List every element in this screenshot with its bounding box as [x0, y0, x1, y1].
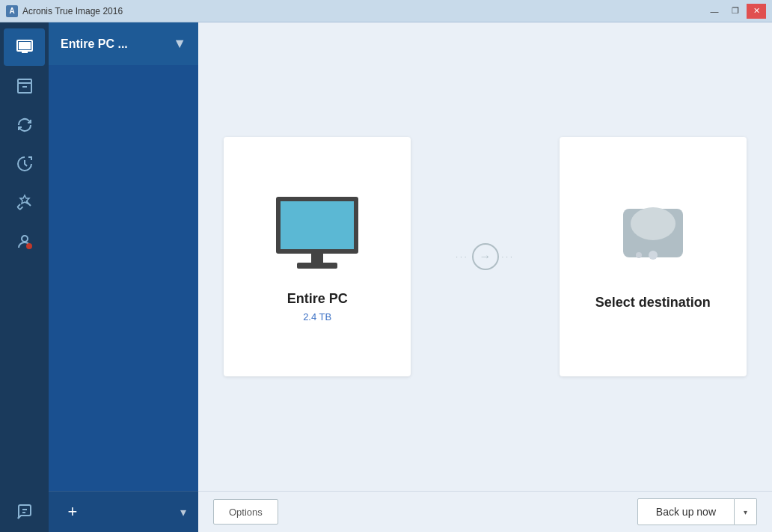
app-icon: A [6, 5, 18, 17]
backup-now-button[interactable]: Back up now [637, 498, 735, 525]
title-bar: A Acronis True Image 2016 — ❐ ✕ [0, 0, 772, 22]
svg-point-14 [631, 207, 676, 240]
title-bar-left: A Acronis True Image 2016 [6, 5, 123, 17]
bottom-toolbar: Options Back up now ▾ [198, 491, 772, 532]
source-card-label: Entire PC [287, 291, 348, 307]
window-controls: — ❐ ✕ [705, 4, 766, 19]
destination-card-label: Select destination [595, 294, 711, 311]
svg-point-6 [26, 243, 32, 249]
left-panel-footer: + ▾ [49, 491, 198, 532]
app-body: Entire PC ... ▼ + ▾ [0, 22, 772, 532]
account-icon [16, 233, 34, 251]
recover-icon [16, 155, 34, 173]
close-button[interactable]: ✕ [747, 4, 766, 19]
left-panel: Entire PC ... ▼ + ▾ [49, 22, 198, 532]
left-panel-title: Entire PC ... [61, 37, 128, 51]
backup-now-dropdown-button[interactable]: ▾ [735, 498, 757, 525]
svg-rect-10 [281, 201, 354, 249]
sidebar [0, 22, 49, 532]
backup-now-group: Back up now ▾ [637, 498, 757, 525]
backup-icon [16, 38, 34, 56]
left-panel-body [49, 65, 198, 491]
archive-icon [16, 77, 34, 95]
left-panel-dropdown-icon: ▼ [173, 36, 186, 52]
svg-rect-11 [311, 254, 323, 263]
sidebar-item-help[interactable] [4, 493, 45, 531]
tools-icon [16, 194, 34, 212]
help-icon [16, 503, 34, 521]
sidebar-item-recover[interactable] [4, 145, 45, 183]
left-panel-footer-dropdown[interactable]: ▾ [180, 505, 186, 519]
hdd-icon [612, 201, 694, 276]
window-title: Acronis True Image 2016 [22, 6, 123, 16]
sync-icon [16, 116, 34, 134]
content-area: Entire PC 2.4 TB ··· → ··· [198, 22, 772, 491]
sidebar-item-sync[interactable] [4, 106, 45, 144]
sidebar-item-account[interactable] [4, 223, 45, 260]
monitor-icon [269, 191, 366, 273]
sidebar-item-tools[interactable] [4, 184, 45, 221]
destination-card[interactable]: Select destination [560, 137, 747, 376]
left-panel-header[interactable]: Entire PC ... ▼ [49, 22, 198, 65]
svg-point-5 [22, 236, 28, 242]
svg-rect-12 [297, 263, 337, 269]
source-card-sublabel: 2.4 TB [303, 311, 331, 322]
svg-point-16 [636, 252, 642, 258]
maximize-button[interactable]: ❐ [726, 4, 745, 19]
svg-rect-1 [19, 42, 31, 49]
svg-rect-3 [18, 83, 31, 93]
svg-point-15 [649, 251, 658, 260]
main-content: Entire PC 2.4 TB ··· → ··· [198, 22, 772, 532]
connector: ··· → ··· [456, 243, 515, 270]
connector-arrow-circle: → [472, 243, 499, 270]
connector-dots-right: ··· [502, 253, 515, 261]
destination-card-icon-area [612, 201, 694, 279]
connector-dots-left: ··· [456, 253, 468, 261]
add-backup-button[interactable]: + [61, 500, 85, 524]
options-button[interactable]: Options [213, 499, 278, 525]
sidebar-item-archive[interactable] [4, 67, 45, 105]
minimize-button[interactable]: — [705, 4, 724, 19]
source-card[interactable]: Entire PC 2.4 TB [224, 137, 411, 376]
sidebar-item-backup[interactable] [4, 28, 45, 66]
source-card-icon-area [269, 191, 366, 276]
